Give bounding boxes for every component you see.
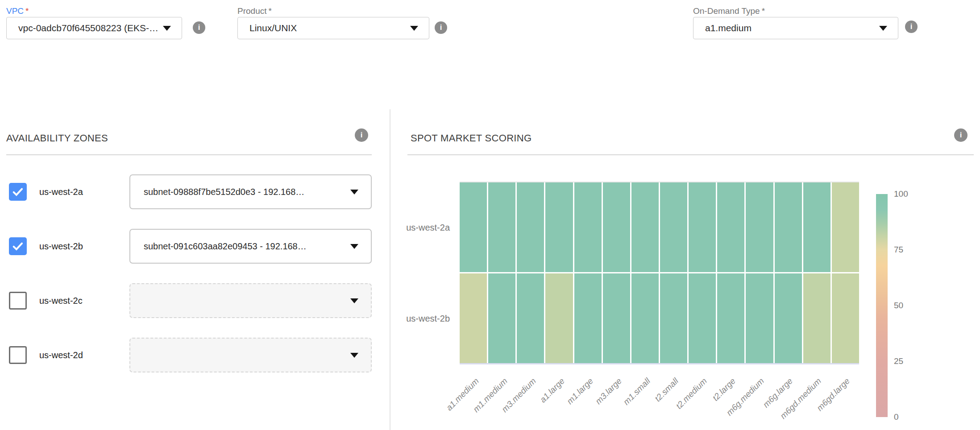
heatmap-cell-us-west-2b-m6g.medium [746,273,773,363]
on-demand-type-select-value: a1.medium [693,23,879,33]
heatmap-cell-us-west-2a-m6gd.large [832,182,859,272]
subnet-select-value: subnet-09888f7be5152d0e3 - 192.168… [130,187,350,197]
az-checkbox-us-west-2c[interactable] [9,292,27,310]
colorbar-tick-label: 0 [894,412,925,422]
az-zone-label: us-west-2a [39,183,83,201]
chevron-down-icon [350,298,358,303]
az-checkbox-us-west-2b[interactable] [9,237,27,255]
heatmap-cell-us-west-2b-m6gd.medium [803,273,831,363]
heatmap-cell-us-west-2a-m6gd.medium [803,182,831,272]
heatmap-cell-us-west-2a-t2.small [660,182,687,272]
chevron-down-icon [350,244,358,249]
vpc-select-value: vpc-0adcb70f645508223 (EKS-VPC) [7,23,163,33]
az-zone-label: us-west-2d [39,346,83,364]
heatmap-cell-us-west-2a-m3.medium [517,182,544,272]
chevron-down-icon [879,26,887,31]
az-checkbox-us-west-2a[interactable] [9,183,27,201]
heatmap-cell-us-west-2b-t2.small [660,273,687,363]
product-label: Product* [237,6,272,16]
required-asterisk: * [25,6,29,16]
heatmap-row-label: us-west-2a [393,222,450,233]
heatmap-cell-us-west-2b-m1.medium [488,273,515,363]
heatmap-cell-us-west-2b-m3.medium [517,273,544,363]
colorbar [876,194,888,417]
az-zone-label: us-west-2c [39,292,83,310]
colorbar-tick-label: 100 [894,189,925,199]
vpc-info-icon[interactable]: i [193,21,205,34]
heatmap-x-label: a1.medium [420,376,481,430]
az-checkbox-us-west-2d[interactable] [9,346,27,364]
subnet-select-us-west-2b[interactable]: subnet-091c603aa82e09453 - 192.168… [129,229,372,264]
heatmap-cell-us-west-2b-a1.medium [460,273,487,363]
heatmap-cell-us-west-2b-m6gd.large [832,273,859,363]
heatmap-cell-us-west-2a-t2.medium [689,182,716,272]
heatmap-cell-us-west-2a-t2.large [717,182,744,272]
heatmap-cell-us-west-2b-m1.small [631,273,659,363]
heatmap-cell-us-west-2b-m3.large [603,273,630,363]
heatmap-cell-us-west-2b-m1.large [574,273,602,363]
on-demand-type-select[interactable]: a1.medium [693,17,898,39]
subnet-select-us-west-2c [129,283,372,318]
colorbar-tick-label: 75 [894,244,925,255]
vpc-select[interactable]: vpc-0adcb70f645508223 (EKS-VPC) [6,17,182,39]
heatmap-cell-us-west-2a-m1.small [631,182,659,272]
availability-zones-title: AVAILABILITY ZONES [6,132,108,144]
required-asterisk: * [268,6,271,16]
heatmap-cell-us-west-2a-m1.large [574,182,602,272]
colorbar-tick-label: 25 [894,356,925,367]
product-info-icon[interactable]: i [435,21,447,34]
heatmap-cell-us-west-2b-t2.medium [689,273,716,363]
checkmark-icon [11,239,25,253]
product-select[interactable]: Linux/UNIX [237,17,429,39]
heatmap-cell-us-west-2a-a1.large [545,182,573,272]
spot-market-divider [407,154,974,155]
heatmap-cell-us-west-2a-m6g.large [775,182,802,272]
heatmap-cell-us-west-2a-m3.large [603,182,630,272]
availability-zones-divider [6,154,372,155]
panel-divider [390,109,390,430]
required-asterisk: * [762,6,765,16]
heatmap-cell-us-west-2b-a1.large [545,273,573,363]
chevron-down-icon [163,26,171,31]
heatmap-cell-us-west-2a-m6g.medium [746,182,773,272]
availability-zones-info-icon[interactable]: i [355,128,368,142]
product-select-value: Linux/UNIX [238,23,410,33]
subnet-select-value: subnet-091c603aa82e09453 - 192.168… [130,241,350,252]
heatmap-cell-us-west-2b-t2.large [717,273,744,363]
spot-market-title: SPOT MARKET SCORING [411,132,532,144]
heatmap-cell-us-west-2a-a1.medium [460,182,487,272]
heatmap-cell-us-west-2b-m6g.large [775,273,802,363]
az-zone-label: us-west-2b [39,237,83,255]
on-demand-type-info-icon[interactable]: i [905,21,918,33]
colorbar-tick-label: 50 [894,300,925,311]
heatmap [460,182,859,364]
chevron-down-icon [410,26,418,31]
checkmark-icon [11,185,25,199]
heatmap-row-label: us-west-2b [393,313,450,324]
subnet-select-us-west-2a[interactable]: subnet-09888f7be5152d0e3 - 192.168… [129,174,372,209]
on-demand-type-label: On-Demand Type* [693,6,765,16]
heatmap-cell-us-west-2a-m1.medium [488,182,515,272]
subnet-select-us-west-2d [129,338,372,372]
chevron-down-icon [350,353,358,358]
vpc-label: VPC* [6,6,29,16]
spot-market-info-icon[interactable]: i [954,128,968,142]
chevron-down-icon [350,190,358,194]
